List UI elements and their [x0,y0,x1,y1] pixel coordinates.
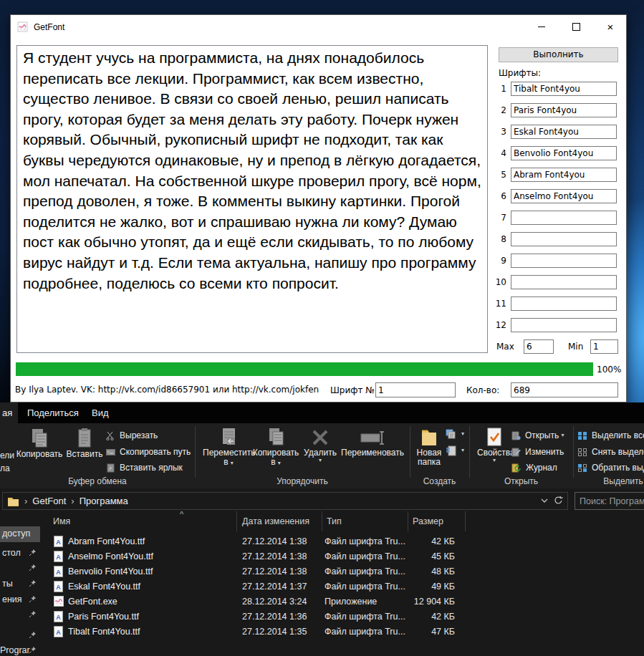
sidebar-item-quick-access[interactable]: доступ [0,526,39,541]
select-none-icon [577,448,587,457]
ribbon-separator [410,426,410,478]
exe-file-icon [54,596,64,607]
group-label-organize: Упорядочить [196,476,409,486]
address-dropdown-icon[interactable] [541,498,548,503]
history-button[interactable]: Журнал [511,461,557,474]
cut-button[interactable]: Вырезать [106,429,158,442]
max-input[interactable] [524,339,554,354]
min-input[interactable] [590,339,618,354]
move-to-icon [219,428,238,448]
font-slot-input-1[interactable] [511,82,617,96]
ttf-file-icon: A [54,611,63,622]
file-row[interactable]: A Benvolio Font4You.ttf27.12.2014 1:38Фа… [39,564,644,579]
slot-number: 1 [491,84,506,94]
progress-percent: 100% [597,365,621,375]
group-label-create: Создать [410,476,469,486]
font-slot-input-12[interactable] [511,318,617,332]
sort-ascending-icon[interactable]: ^ [180,510,183,518]
minimize-button[interactable] [525,15,558,38]
sidebar-item-documents[interactable]: ты [0,577,39,592]
edit-button[interactable]: Изменить [511,445,564,458]
ttf-file-icon: A [54,626,63,637]
font-slot-input-4[interactable] [511,146,617,160]
font-slot-input-7[interactable] [511,211,617,225]
select-all-button[interactable]: Выделить все [577,429,644,442]
sidebar-item-desktop[interactable]: стол [0,546,39,561]
paste-button[interactable]: Вставить [64,426,105,471]
copy-button[interactable]: Копировать [13,426,66,471]
file-row[interactable]: A Tibalt Font4You.ttf27.12.2014 1:35Файл… [39,624,644,640]
font-slot-input-6[interactable] [511,189,617,203]
copy-path-button[interactable]: Скопировать путь [106,445,191,458]
slot-number: 3 [491,127,506,137]
invert-selection-icon [577,463,587,473]
copy-to-icon [266,428,285,448]
new-item-button[interactable]: ▾ [446,428,464,440]
breadcrumb-getfont[interactable]: GetFont [32,496,66,506]
font-slot-input-9[interactable] [511,254,617,268]
sidebar-item[interactable] [0,607,39,622]
sidebar-item[interactable] [0,561,39,576]
column-header-size[interactable]: Размер [408,511,466,531]
sidebar-item[interactable] [0,628,39,643]
column-header-date[interactable]: Дата изменения [237,511,322,531]
font-slot-input-8[interactable] [511,232,617,246]
dropdown-caret: ▾ [461,431,464,437]
font-slot-input-3[interactable] [511,125,617,139]
delete-icon [310,428,330,448]
slot-number: 4 [491,148,506,158]
sample-textbox[interactable]: Я студент учусь на программиста, на днях… [16,45,488,353]
breadcrumb-programma[interactable]: Программа [80,496,128,506]
column-header-name[interactable]: Имя [39,511,237,531]
copy-to-button[interactable]: Копировать в ▾ [252,426,299,471]
font-slot-input-11[interactable] [511,296,617,311]
properties-button[interactable]: Свойства ▾ [477,426,511,471]
close-button[interactable]: × [594,15,627,38]
tab-share[interactable]: Поделиться [27,407,79,418]
pin-icon [29,549,37,556]
progress-bar [16,362,593,376]
search-input[interactable] [575,492,644,510]
refresh-icon[interactable] [554,496,563,505]
paste-shortcut-button[interactable]: Вставить ярлык [106,461,183,474]
file-row[interactable]: A Anselmo Font4You.ttf27.12.2014 1:38Фай… [39,549,644,564]
move-to-button[interactable]: Переместить в ▾ [203,426,254,471]
font-slot-input-10[interactable] [511,275,617,289]
open-icon [511,431,521,440]
sidebar-item-pictures[interactable]: ения [0,592,39,607]
column-header-type[interactable]: Тип [322,511,408,531]
rename-button[interactable]: Переименовать [340,426,405,471]
invert-selection-button[interactable]: Обратить выд [577,461,644,474]
tab-home-fragment[interactable]: ая [2,407,12,418]
file-row[interactable]: A Paris Font4You.ttf27.12.2014 1:36Файл … [39,609,644,624]
file-row[interactable]: GetFont.exe28.12.2014 3:24Приложение12 9… [39,594,644,609]
easy-access-button[interactable]: ▾ [446,444,464,457]
sidebar-item-program[interactable]: Prograr [0,643,39,656]
new-folder-button[interactable]: Новая папка [413,426,446,471]
count-input[interactable] [511,382,618,397]
svg-text:A: A [56,539,61,546]
file-explorer-window: ая Поделиться Вид ели ла Копировать Вста… [0,402,644,656]
font-number-input[interactable] [375,382,456,397]
rename-icon [358,428,387,448]
edit-icon [511,448,521,457]
run-button[interactable]: Выполнить [499,47,618,62]
font-slot-input-5[interactable] [511,168,617,182]
svg-text:A: A [56,614,61,621]
tab-view[interactable]: Вид [92,407,109,418]
slot-number: 2 [491,105,506,115]
select-none-button[interactable]: Снять выделе [577,445,644,458]
ribbon-tab-row: ая Поделиться Вид [0,402,644,423]
maximize-button[interactable] [559,15,592,38]
file-row[interactable]: A Eskal Font4You.ttf27.12.2014 1:37Файл … [39,579,644,594]
file-row[interactable]: A Abram Font4You.ttf27.12.2014 1:38Файл … [39,534,644,549]
delete-button[interactable]: Удалить ▾ [301,426,340,471]
copy-path-icon [106,448,115,456]
ttf-file-icon: A [54,536,63,547]
getfont-titlebar[interactable]: GetFont × [11,15,626,39]
address-bar[interactable]: › GetFont › Программа [2,492,568,510]
open-button[interactable]: Открыть ▾ [511,429,564,442]
slot-number: 8 [491,234,506,244]
svg-text:A: A [56,584,61,591]
font-slot-input-2[interactable] [511,103,617,117]
